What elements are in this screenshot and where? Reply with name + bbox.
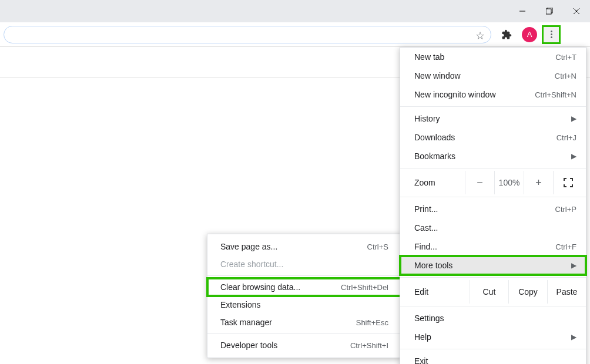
submenu-developer-tools[interactable]: Developer tools Ctrl+Shift+I [207,336,401,354]
menu-shortcut: Ctrl+Shift+N [535,90,576,99]
submenu-label: Developer tools [220,341,277,350]
chevron-right-icon: ▶ [571,261,576,269]
menu-separator [207,275,401,276]
fullscreen-button[interactable] [553,171,582,194]
minimize-button[interactable] [509,0,536,22]
menu-settings[interactable]: Settings [400,309,586,328]
menu-button[interactable] [542,25,561,44]
submenu-label: Extensions [220,300,260,309]
menu-shortcut: Ctrl+P [555,205,576,214]
submenu-extensions[interactable]: Extensions [207,296,401,314]
browser-toolbar: ☆ A [0,22,590,47]
submenu-shortcut: Shift+Esc [356,318,388,327]
menu-label: Print... [414,204,438,214]
menu-label: Exit [414,356,428,364]
address-bar[interactable]: ☆ [4,26,491,43]
menu-label: New incognito window [414,90,496,99]
maximize-button[interactable] [536,0,563,22]
menu-label: Bookmarks [414,151,455,161]
menu-new-tab[interactable]: New tab Ctrl+T [400,48,586,66]
menu-label: Help [414,332,431,342]
svg-rect-2 [546,9,551,14]
edit-copy-button[interactable]: Copy [508,280,547,304]
bookmark-star-icon[interactable]: ☆ [475,29,485,42]
submenu-shortcut: Ctrl+Shift+Del [341,283,388,292]
kebab-dot-icon [551,31,552,32]
more-tools-submenu: Save page as... Ctrl+S Create shortcut..… [207,234,402,358]
menu-bookmarks[interactable]: Bookmarks ▶ [400,147,586,166]
menu-separator [400,277,586,278]
kebab-dot-icon [551,33,552,35]
submenu-create-shortcut[interactable]: Create shortcut... [207,255,401,273]
chevron-right-icon: ▶ [571,333,576,341]
zoom-label: Zoom [414,178,465,187]
submenu-label: Create shortcut... [220,259,283,269]
submenu-clear-browsing-data[interactable]: Clear browsing data... Ctrl+Shift+Del [207,278,401,296]
menu-label: Downloads [414,133,455,142]
zoom-value: 100% [494,171,524,194]
edit-paste-button[interactable]: Paste [547,280,586,304]
close-button[interactable] [563,0,590,22]
menu-print[interactable]: Print... Ctrl+P [400,200,586,218]
submenu-shortcut: Ctrl+S [367,242,388,251]
menu-new-window[interactable]: New window Ctrl+N [400,66,586,85]
submenu-task-manager[interactable]: Task manager Shift+Esc [207,314,401,331]
menu-label: Cast... [414,223,438,232]
menu-downloads[interactable]: Downloads Ctrl+J [400,128,586,147]
chevron-right-icon: ▶ [571,152,576,160]
chrome-main-menu: New tab Ctrl+T New window Ctrl+N New inc… [400,47,586,364]
menu-separator [400,349,586,349]
menu-shortcut: Ctrl+J [557,133,576,142]
menu-separator [400,168,586,168]
menu-edit-row: Edit Cut Copy Paste [400,280,586,304]
menu-label: Settings [414,314,444,323]
menu-exit[interactable]: Exit [400,352,586,364]
edit-label: Edit [414,287,470,296]
menu-label: New window [414,71,461,80]
submenu-shortcut: Ctrl+Shift+I [350,341,388,350]
zoom-out-button[interactable]: − [465,171,494,194]
menu-separator [400,197,586,197]
menu-new-incognito[interactable]: New incognito window Ctrl+Shift+N [400,85,586,104]
menu-cast[interactable]: Cast... [400,218,586,237]
menu-shortcut: Ctrl+F [555,242,576,251]
chevron-right-icon: ▶ [571,114,576,123]
menu-separator [207,333,401,334]
menu-label: More tools [414,261,452,270]
extensions-icon[interactable] [498,26,515,43]
zoom-in-button[interactable]: + [524,171,553,194]
kebab-dot-icon [551,36,552,38]
menu-separator [400,306,586,306]
menu-find[interactable]: Find... Ctrl+F [400,237,586,256]
profile-avatar[interactable]: A [522,27,537,42]
menu-help[interactable]: Help ▶ [400,328,586,346]
submenu-label: Task manager [220,318,272,327]
menu-history[interactable]: History ▶ [400,109,586,128]
menu-more-tools[interactable]: More tools ▶ [400,256,586,275]
menu-shortcut: Ctrl+T [555,53,576,62]
menu-shortcut: Ctrl+N [555,72,576,80]
submenu-save-page[interactable]: Save page as... Ctrl+S [207,238,401,255]
menu-label: Find... [414,242,437,251]
menu-label: History [414,114,440,123]
edit-cut-button[interactable]: Cut [470,280,508,304]
menu-separator [400,106,586,107]
window-titlebar [0,0,590,22]
submenu-label: Save page as... [220,242,277,251]
menu-label: New tab [414,52,444,62]
menu-zoom-row: Zoom − 100% + [400,171,586,194]
submenu-label: Clear browsing data... [220,282,300,292]
